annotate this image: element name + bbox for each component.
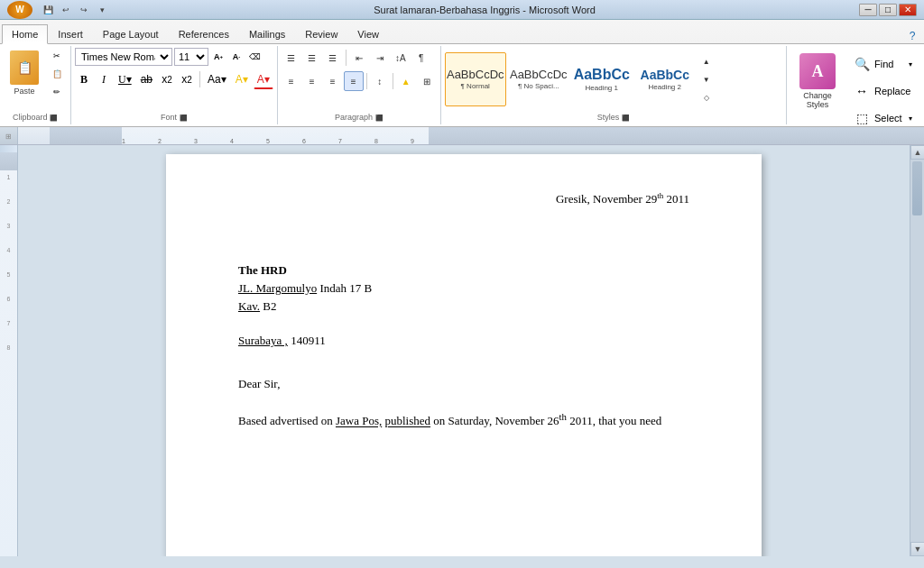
style-heading1-label: Heading 1 xyxy=(586,84,618,92)
address-kav-underline: Kav. xyxy=(238,299,260,313)
italic-button[interactable]: I xyxy=(95,69,113,89)
clipboard-content: 📋 Paste ✂ 📋 ✏ xyxy=(4,48,67,111)
numbering-button[interactable]: ☰ xyxy=(302,48,322,68)
close-button[interactable]: ✕ xyxy=(899,4,917,16)
editing-buttons: 🔍 Find ▾ ↔ Replace ⬚ Select ▾ xyxy=(848,51,920,131)
decrease-font-button[interactable]: A- xyxy=(228,49,245,65)
help-button[interactable]: ? xyxy=(904,29,920,43)
style-normal[interactable]: AaBbCcDc ¶ Normal xyxy=(445,52,506,106)
city-line: Surabaya , 140911 xyxy=(238,333,689,349)
clear-format-button[interactable]: ⌫ xyxy=(246,49,263,65)
font-group: Times New Roman 11 A+ A- ⌫ B I U▾ ab x2 … xyxy=(71,46,278,124)
multilevel-button[interactable]: ☰ xyxy=(323,48,343,68)
find-button[interactable]: 🔍 Find ▾ xyxy=(848,51,917,77)
para-align-row: ≡ ≡ ≡ ≡ ↕ ▲ ⊞ xyxy=(282,71,437,91)
customize-button[interactable]: ▾ xyxy=(94,3,110,17)
select-icon: ⬚ xyxy=(853,109,871,127)
minimize-button[interactable]: ─ xyxy=(859,4,877,16)
clipboard-label: Clipboard ⬛ xyxy=(13,113,58,123)
bullets-button[interactable]: ☰ xyxy=(282,48,301,68)
style-heading1-preview: AaBbCc xyxy=(574,68,630,82)
change-styles-label: Change Styles xyxy=(792,91,843,109)
save-button[interactable]: 💾 xyxy=(40,3,56,17)
paragraph-group: ☰ ☰ ☰ ⇤ ⇥ ↕A ¶ ≡ ≡ ≡ ≡ ↕ ▲ xyxy=(278,46,441,124)
font-name-select[interactable]: Times New Roman xyxy=(75,48,172,66)
line-spacing-button[interactable]: ↕ xyxy=(370,71,390,91)
office-button[interactable]: W xyxy=(7,1,32,19)
titlebar: W 💾 ↩ ↪ ▾ Surat lamaran-Berbahasa Inggri… xyxy=(0,0,924,20)
ruler-corner[interactable]: ⊞ xyxy=(0,127,18,145)
decrease-indent-button[interactable]: ⇤ xyxy=(349,48,369,68)
tab-review[interactable]: Review xyxy=(295,23,347,43)
text-highlight-button[interactable]: A▾ xyxy=(232,69,252,89)
tab-insert[interactable]: Insert xyxy=(48,23,93,43)
increase-font-button[interactable]: A+ xyxy=(210,49,226,65)
document-scroll-area[interactable]: Gresik, November 29th 2011 The HRD JL. M… xyxy=(18,145,910,556)
show-hide-button[interactable]: ¶ xyxy=(411,48,431,68)
clipboard-group: 📋 Paste ✂ 📋 ✏ Clipboard ⬛ xyxy=(0,46,71,124)
ribbon-content: 📋 Paste ✂ 📋 ✏ Clipboard ⬛ Times New Roma… xyxy=(0,43,924,126)
cut-button[interactable]: ✂ xyxy=(47,48,67,64)
style-no-spacing[interactable]: AaBbCcDc ¶ No Spaci... xyxy=(508,52,569,106)
styles-scroll-down[interactable]: ▼ xyxy=(699,72,714,87)
font-size-select[interactable]: 11 xyxy=(174,48,208,66)
replace-label: Replace xyxy=(874,86,910,96)
font-color-button[interactable]: A▾ xyxy=(254,69,273,89)
style-heading1[interactable]: AaBbCc Heading 1 xyxy=(571,52,633,106)
bold-button[interactable]: B xyxy=(75,69,93,89)
city-underline: Surabaya , xyxy=(238,334,288,347)
ruler-doc-area: 1 2 3 4 5 6 7 8 9 xyxy=(122,127,429,145)
align-left-button[interactable]: ≡ xyxy=(282,71,301,91)
borders-button[interactable]: ⊞ xyxy=(417,71,437,91)
superscript-button[interactable]: x2 xyxy=(178,69,196,89)
published-underline: published xyxy=(384,415,430,428)
style-heading2[interactable]: AaBbCc Heading 2 xyxy=(634,52,696,106)
maximize-button[interactable]: □ xyxy=(879,4,897,16)
tab-page-layout[interactable]: Page Layout xyxy=(93,23,169,43)
strikethrough-button[interactable]: ab xyxy=(137,69,156,89)
copy-button[interactable]: 📋 xyxy=(47,66,67,82)
align-center-button[interactable]: ≡ xyxy=(302,71,322,91)
underline-button[interactable]: U▾ xyxy=(115,69,135,89)
subscript-button[interactable]: x2 xyxy=(158,69,176,89)
replace-button[interactable]: ↔ Replace xyxy=(848,78,917,104)
tab-references[interactable]: References xyxy=(169,23,239,43)
scroll-track[interactable] xyxy=(910,160,924,542)
scroll-up-arrow[interactable]: ▲ xyxy=(910,145,924,160)
redo-button[interactable]: ↪ xyxy=(76,3,92,17)
vertical-scrollbar[interactable]: ▲ ▼ xyxy=(910,145,924,556)
sort-button[interactable]: ↕A xyxy=(391,48,411,68)
undo-button[interactable]: ↩ xyxy=(58,3,74,17)
paragraph-label: Paragraph ⬛ xyxy=(335,113,383,123)
ribbon: Home Insert Page Layout References Maili… xyxy=(0,20,924,127)
tab-home[interactable]: Home xyxy=(2,24,48,44)
date-text: Gresik, November 29th 2011 xyxy=(556,192,689,206)
change-styles-button[interactable]: A Change Styles xyxy=(790,51,845,111)
para-list-row: ☰ ☰ ☰ ⇤ ⇥ ↕A ¶ xyxy=(282,48,437,68)
styles-more-button[interactable]: ◇ xyxy=(699,90,714,105)
styles-scroll-up[interactable]: ▲ xyxy=(699,54,714,69)
body-block: Based advertised on Jawa Pos, published … xyxy=(238,410,689,430)
format-painter-button[interactable]: ✏ xyxy=(47,84,67,100)
address-street-underline: JL. Margomulyo xyxy=(238,281,317,295)
ruler: ⊞ 1 2 3 4 5 6 7 8 9 xyxy=(0,127,924,145)
ribbon-tabs: Home Insert Page Layout References Maili… xyxy=(0,20,924,43)
shading-button[interactable]: ▲ xyxy=(396,71,416,91)
ruler-body: 1 2 3 4 5 6 7 8 9 xyxy=(32,127,924,145)
window-title: Surat lamaran-Berbahasa Inggris - Micros… xyxy=(110,5,859,15)
change-styles-icon: A xyxy=(799,53,836,89)
style-no-spacing-preview: AaBbCcDc xyxy=(510,69,568,80)
font-label: Font ⬛ xyxy=(161,113,188,123)
increase-indent-button[interactable]: ⇥ xyxy=(370,48,390,68)
scroll-thumb[interactable] xyxy=(912,161,922,215)
tab-mailings[interactable]: Mailings xyxy=(239,23,295,43)
align-right-button[interactable]: ≡ xyxy=(323,71,343,91)
justify-button[interactable]: ≡ xyxy=(344,71,364,91)
change-case-button[interactable]: Aa▾ xyxy=(204,69,230,89)
greeting-block: Dear Sir, xyxy=(238,376,689,392)
document-area: 1 2 3 4 5 6 7 8 Gresik, November 29th 20… xyxy=(0,145,924,556)
tab-view[interactable]: View xyxy=(347,23,389,43)
paste-button[interactable]: 📋 Paste xyxy=(4,48,45,98)
scroll-down-arrow[interactable]: ▼ xyxy=(910,542,924,556)
body-paragraph: Based advertised on Jawa Pos, published … xyxy=(238,410,689,430)
